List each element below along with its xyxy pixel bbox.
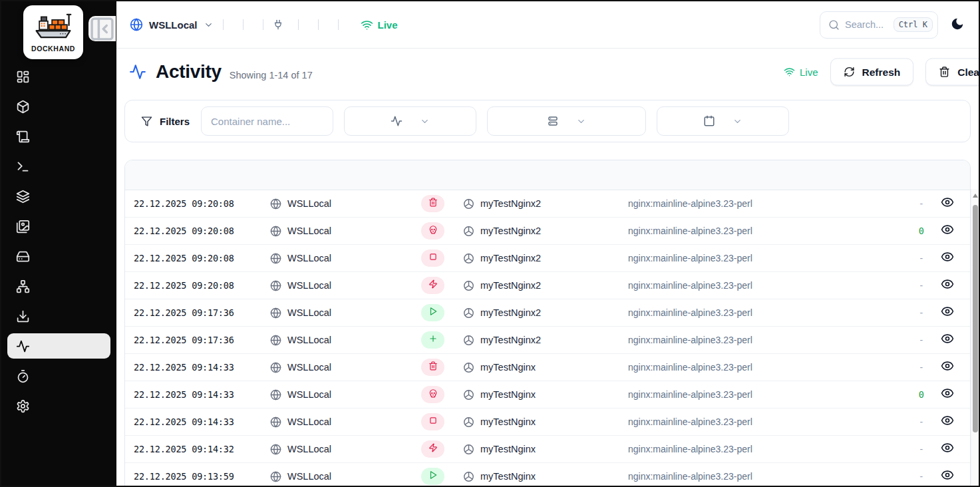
meta-socket bbox=[263, 19, 298, 30]
eye-icon[interactable] bbox=[941, 387, 954, 403]
action-cell bbox=[420, 413, 463, 430]
globe-icon bbox=[270, 307, 281, 319]
action-cell bbox=[420, 331, 463, 349]
action-stop-badge[interactable] bbox=[421, 413, 444, 430]
wifi-icon bbox=[784, 67, 795, 78]
sidebar-item-logs[interactable] bbox=[7, 124, 110, 149]
environment-cell: WSLLocal bbox=[270, 471, 420, 482]
scroll-icon bbox=[16, 130, 30, 144]
live-label: Live bbox=[800, 67, 818, 78]
search-placeholder: Search... bbox=[845, 19, 888, 30]
action-kill-badge[interactable] bbox=[421, 222, 444, 240]
activity-icon bbox=[129, 63, 146, 81]
chevron-down-icon bbox=[576, 116, 586, 126]
package-icon bbox=[463, 226, 474, 237]
container-cell: myTestNginx bbox=[463, 416, 628, 428]
theme-toggle-button[interactable] bbox=[949, 17, 965, 33]
container-cell: myTestNginx2 bbox=[463, 226, 628, 237]
sidebar-item-schedules[interactable] bbox=[7, 363, 110, 389]
cargo-ship-icon bbox=[34, 12, 73, 43]
sidebar-item-shell[interactable] bbox=[7, 154, 110, 179]
sidebar-item-images[interactable] bbox=[7, 214, 110, 239]
action-cell bbox=[420, 386, 463, 403]
eye-icon[interactable] bbox=[941, 441, 954, 457]
timestamp-cell: 22.12.2025 09:17:36 bbox=[134, 335, 270, 345]
sidebar-item-settings[interactable] bbox=[7, 393, 110, 418]
action-start-badge[interactable] bbox=[421, 468, 444, 485]
trash-icon bbox=[939, 67, 950, 78]
network-icon bbox=[16, 279, 30, 293]
eye-icon[interactable] bbox=[941, 359, 954, 375]
eye-icon[interactable] bbox=[941, 468, 954, 484]
sidebar-item-volumes[interactable] bbox=[7, 244, 110, 269]
sidebar: DOCKHAND bbox=[1, 1, 116, 486]
globe-icon bbox=[270, 389, 281, 401]
search-icon bbox=[828, 19, 840, 31]
details-cell bbox=[924, 441, 971, 457]
action-start-badge[interactable] bbox=[421, 304, 444, 321]
image-cell: nginx:mainline-alpine3.23-perl bbox=[628, 307, 894, 318]
action-stop-badge[interactable] bbox=[421, 249, 444, 267]
exit-code-cell: - bbox=[894, 335, 924, 345]
container-cell: myTestNginx bbox=[463, 362, 628, 373]
layout-icon bbox=[16, 70, 30, 84]
clear-button[interactable]: Clear bbox=[925, 59, 980, 86]
environment-cell: WSLLocal bbox=[270, 226, 420, 237]
sidebar-item-containers[interactable] bbox=[7, 94, 110, 119]
package-icon bbox=[463, 389, 474, 401]
terminal-icon bbox=[16, 160, 30, 174]
action-die-badge[interactable] bbox=[421, 440, 444, 458]
sidebar-item-dashboard[interactable] bbox=[7, 64, 110, 89]
container-name-filter-input[interactable]: Container name... bbox=[201, 106, 333, 136]
result-count: Showing 1-14 of 17 bbox=[230, 70, 313, 81]
box-icon bbox=[16, 100, 30, 114]
sidebar-item-stacks[interactable] bbox=[7, 184, 110, 209]
action-remove-badge[interactable] bbox=[421, 359, 444, 376]
environments-filter-select[interactable] bbox=[487, 106, 646, 136]
globe-icon bbox=[270, 444, 281, 455]
action-create-badge[interactable] bbox=[421, 331, 444, 349]
eye-icon[interactable] bbox=[941, 414, 954, 430]
exit-code-cell: - bbox=[894, 362, 924, 373]
time-filter-select[interactable] bbox=[657, 106, 789, 136]
timestamp-cell: 22.12.2025 09:14:32 bbox=[134, 444, 270, 454]
timestamp-cell: 22.12.2025 09:17:36 bbox=[134, 307, 270, 318]
exit-code-cell: - bbox=[894, 198, 924, 209]
action-kill-badge[interactable] bbox=[421, 386, 444, 403]
table-row: 22.12.2025 09:20:08 WSLLocal myTestNginx… bbox=[125, 245, 970, 272]
actions-filter-select[interactable] bbox=[344, 106, 476, 136]
timestamp-cell: 22.12.2025 09:20:08 bbox=[134, 280, 270, 291]
eye-icon[interactable] bbox=[941, 305, 954, 321]
timestamp-cell: 22.12.2025 09:14:33 bbox=[134, 389, 270, 400]
timestamp-cell: 22.12.2025 09:13:59 bbox=[134, 471, 270, 482]
eye-icon[interactable] bbox=[941, 223, 954, 239]
package-icon bbox=[463, 362, 474, 373]
action-die-badge[interactable] bbox=[421, 277, 444, 294]
sidebar-item-registry[interactable] bbox=[7, 303, 110, 329]
container-cell: myTestNginx2 bbox=[463, 253, 628, 264]
environment-cell: WSLLocal bbox=[270, 444, 420, 455]
search-shortcut: Ctrl K bbox=[894, 17, 933, 32]
sidebar-collapse-button[interactable] bbox=[88, 16, 116, 41]
search-input[interactable]: Search... Ctrl K bbox=[820, 11, 938, 39]
sidebar-item-activity[interactable] bbox=[7, 333, 110, 359]
stop-icon bbox=[428, 416, 438, 428]
vertical-scrollbar[interactable] bbox=[971, 189, 979, 486]
host-selector[interactable]: WSLLocal bbox=[130, 18, 214, 31]
eye-icon[interactable] bbox=[941, 196, 954, 212]
eye-icon[interactable] bbox=[941, 332, 954, 348]
exit-code-cell: - bbox=[894, 416, 924, 427]
sidebar-item-networks[interactable] bbox=[7, 273, 110, 299]
scrollbar-up-arrow[interactable] bbox=[973, 194, 978, 198]
moon-icon bbox=[950, 17, 965, 31]
refresh-button[interactable]: Refresh bbox=[830, 59, 914, 86]
action-remove-badge[interactable] bbox=[421, 195, 444, 212]
eye-icon[interactable] bbox=[941, 277, 954, 293]
eye-icon[interactable] bbox=[941, 250, 954, 266]
image-cell: nginx:mainline-alpine3.23-perl bbox=[628, 444, 894, 454]
scrollbar-thumb[interactable] bbox=[973, 205, 978, 432]
package-icon bbox=[463, 280, 474, 291]
environment-cell: WSLLocal bbox=[270, 253, 420, 264]
exit-code-cell: - bbox=[894, 471, 924, 482]
environment-cell: WSLLocal bbox=[270, 280, 420, 291]
